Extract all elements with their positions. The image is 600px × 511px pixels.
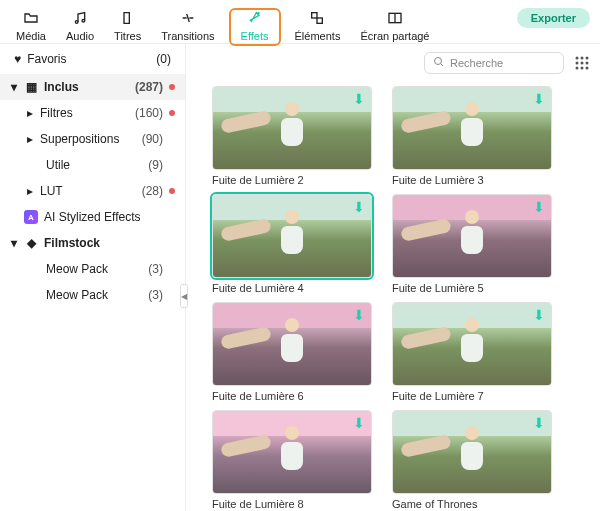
search-input[interactable]: Recherche xyxy=(424,52,564,74)
download-icon[interactable]: ⬇ xyxy=(533,415,545,431)
effect-name: Fuite de Lumière 7 xyxy=(392,390,552,402)
sidebar-item-filmstock[interactable]: ▾◆Filmstock xyxy=(0,230,185,256)
collapse-sidebar-handle[interactable]: ◀ xyxy=(180,284,188,308)
effect-name: Fuite de Lumière 8 xyxy=(212,498,372,510)
sidebar-item-label: Meow Pack xyxy=(46,262,108,276)
effect-name: Fuite de Lumière 3 xyxy=(392,174,552,186)
tab-transitions[interactable]: Transitions xyxy=(155,8,220,46)
effect-card[interactable]: ⬇Game of Thrones xyxy=(392,410,552,510)
svg-line-8 xyxy=(441,64,444,67)
sidebar-item-utile[interactable]: Utile(9) xyxy=(0,152,185,178)
ai-icon: A xyxy=(24,210,38,224)
effect-card[interactable]: ⬇Fuite de Lumière 4 xyxy=(212,194,372,294)
download-icon[interactable]: ⬇ xyxy=(353,307,365,323)
effect-card[interactable]: ⬇Fuite de Lumière 6 xyxy=(212,302,372,402)
sidebar-item-label: Inclus xyxy=(44,80,79,94)
effect-thumbnail[interactable]: ⬇ xyxy=(392,194,552,278)
svg-point-16 xyxy=(581,67,584,70)
diamond-icon: ◆ xyxy=(24,236,38,250)
update-dot xyxy=(169,110,175,116)
effect-card[interactable]: ⬇Fuite de Lumière 2 xyxy=(212,86,372,186)
tab-audio[interactable]: Audio xyxy=(60,8,100,46)
sidebar-item-count: (160) xyxy=(135,106,163,120)
tab-média[interactable]: Média xyxy=(10,8,52,46)
sidebar-item-label: AI Stylized Effects xyxy=(44,210,141,224)
sidebar-item-count: (3) xyxy=(148,262,163,276)
effect-thumbnail[interactable]: ⬇ xyxy=(392,302,552,386)
download-icon[interactable]: ⬇ xyxy=(353,91,365,107)
tab-icon xyxy=(309,10,325,28)
svg-point-7 xyxy=(435,58,442,65)
sidebar-item-label: LUT xyxy=(40,184,63,198)
sidebar-item-meow-pack[interactable]: Meow Pack(3) xyxy=(0,256,185,282)
download-icon[interactable]: ⬇ xyxy=(533,199,545,215)
effect-name: Fuite de Lumière 2 xyxy=(212,174,372,186)
sidebar-item-superpositions[interactable]: ▸Superpositions(90) xyxy=(0,126,185,152)
download-icon[interactable]: ⬇ xyxy=(533,307,545,323)
effect-name: Game of Thrones xyxy=(392,498,552,510)
update-dot xyxy=(169,188,175,194)
update-dot xyxy=(169,292,175,298)
sidebar-item-label: Superpositions xyxy=(40,132,119,146)
effect-thumbnail[interactable]: ⬇ xyxy=(212,410,372,494)
tab-icon xyxy=(120,10,136,28)
tab-titres[interactable]: Titres xyxy=(108,8,147,46)
favorites-label: Favoris xyxy=(27,52,66,66)
caret-icon: ▾ xyxy=(8,236,20,250)
tab-icon xyxy=(23,10,39,28)
effect-card[interactable]: ⬇Fuite de Lumière 8 xyxy=(212,410,372,510)
sidebar-item-label: Filmstock xyxy=(44,236,100,250)
tab-effets[interactable]: Effets xyxy=(229,8,281,46)
sidebar-item-ai-stylized-effects[interactable]: AAI Stylized Effects xyxy=(0,204,185,230)
effect-thumbnail[interactable]: ⬇ xyxy=(212,302,372,386)
grid-view-icon[interactable] xyxy=(574,55,590,71)
tab-écran-partagé[interactable]: Écran partagé xyxy=(354,8,435,46)
caret-icon: ▸ xyxy=(24,184,36,198)
svg-point-9 xyxy=(576,57,579,60)
svg-point-17 xyxy=(586,67,589,70)
tab-éléments[interactable]: Éléments xyxy=(289,8,347,46)
effect-thumbnail[interactable]: ⬇ xyxy=(212,86,372,170)
caret-icon: ▸ xyxy=(24,106,36,120)
svg-rect-4 xyxy=(317,18,322,23)
sidebar-item-count: (3) xyxy=(148,288,163,302)
tab-icon xyxy=(387,10,403,28)
effect-name: Fuite de Lumière 5 xyxy=(392,282,552,294)
sidebar-item-count: (90) xyxy=(142,132,163,146)
caret-icon: ▸ xyxy=(24,132,36,146)
svg-point-15 xyxy=(576,67,579,70)
update-dot xyxy=(169,214,175,220)
svg-point-14 xyxy=(586,62,589,65)
download-icon[interactable]: ⬇ xyxy=(533,91,545,107)
effect-card[interactable]: ⬇Fuite de Lumière 5 xyxy=(392,194,552,294)
tab-icon xyxy=(72,10,88,28)
sidebar-favorites[interactable]: ♥Favoris (0) xyxy=(0,44,185,74)
sidebar-item-count: (28) xyxy=(142,184,163,198)
search-placeholder: Recherche xyxy=(450,57,503,69)
svg-point-0 xyxy=(75,21,78,24)
sidebar-item-count: (287) xyxy=(135,80,163,94)
sidebar-item-lut[interactable]: ▸LUT(28) xyxy=(0,178,185,204)
update-dot xyxy=(169,162,175,168)
grid-icon: ▦ xyxy=(24,80,38,94)
sidebar-item-filtres[interactable]: ▸Filtres(160) xyxy=(0,100,185,126)
export-button[interactable]: Exporter xyxy=(517,8,590,28)
svg-point-11 xyxy=(586,57,589,60)
effect-card[interactable]: ⬇Fuite de Lumière 7 xyxy=(392,302,552,402)
caret-icon: ▾ xyxy=(8,80,20,94)
tab-icon xyxy=(247,10,263,28)
sidebar-item-count: (9) xyxy=(148,158,163,172)
effect-thumbnail[interactable]: ⬇ xyxy=(392,86,552,170)
top-tab-bar: MédiaAudioTitresTransitionsEffetsÉlément… xyxy=(0,0,600,44)
download-icon[interactable]: ⬇ xyxy=(353,199,365,215)
effect-thumbnail[interactable]: ⬇ xyxy=(212,194,372,278)
sidebar-item-inclus[interactable]: ▾▦Inclus(287) xyxy=(0,74,185,100)
effect-thumbnail[interactable]: ⬇ xyxy=(392,410,552,494)
sidebar-item-label: Utile xyxy=(46,158,70,172)
svg-rect-3 xyxy=(312,13,317,18)
download-icon[interactable]: ⬇ xyxy=(353,415,365,431)
effect-name: Fuite de Lumière 6 xyxy=(212,390,372,402)
svg-point-10 xyxy=(581,57,584,60)
sidebar-item-meow-pack[interactable]: Meow Pack(3) xyxy=(0,282,185,308)
effect-card[interactable]: ⬇Fuite de Lumière 3 xyxy=(392,86,552,186)
